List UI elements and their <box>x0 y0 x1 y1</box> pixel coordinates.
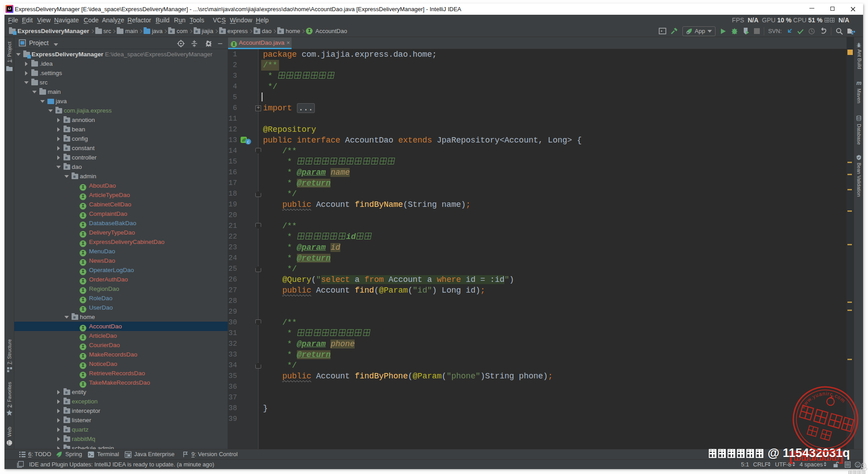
svg-text:c: c <box>247 140 250 145</box>
